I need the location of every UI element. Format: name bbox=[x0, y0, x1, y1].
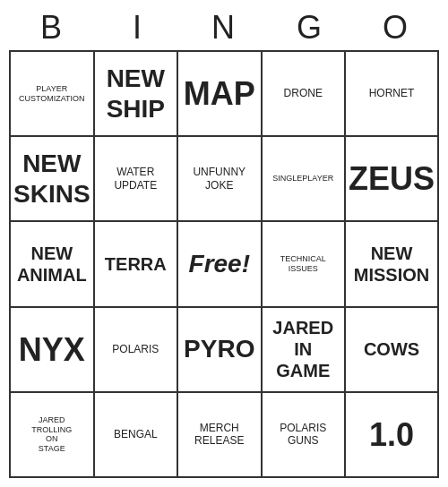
bingo-cell-20[interactable]: JARED TROLLING ON STAGE bbox=[11, 393, 95, 478]
cell-text-10: NEW ANIMAL bbox=[17, 243, 87, 286]
header-b: B bbox=[9, 9, 95, 47]
cell-text-13: TECHNICAL ISSUES bbox=[280, 254, 326, 274]
bingo-cell-5[interactable]: NEW SKINS bbox=[11, 137, 95, 222]
cell-text-9: ZEUS bbox=[349, 159, 435, 198]
bingo-cell-14[interactable]: NEW MISSION bbox=[346, 222, 439, 307]
header-o: O bbox=[353, 9, 439, 47]
bingo-cell-1[interactable]: NEW SHIP bbox=[95, 52, 178, 137]
cell-text-8: SINGLEPLAYER bbox=[272, 174, 333, 184]
cell-text-16: POLARIS bbox=[112, 343, 159, 355]
bingo-cell-0[interactable]: PLAYER CUSTOMIZATION bbox=[11, 52, 95, 137]
cell-text-15: NYX bbox=[19, 330, 85, 369]
cell-text-0: PLAYER CUSTOMIZATION bbox=[19, 84, 85, 104]
bingo-cell-10[interactable]: NEW ANIMAL bbox=[11, 222, 95, 307]
cell-text-24: 1.0 bbox=[369, 415, 414, 454]
cell-text-17: PYRO bbox=[184, 334, 254, 364]
bingo-cell-21[interactable]: BENGAL bbox=[95, 393, 178, 478]
bingo-header: B I N G O bbox=[9, 9, 439, 47]
cell-text-1: NEW SHIP bbox=[107, 64, 165, 124]
cell-text-3: DRONE bbox=[284, 87, 323, 99]
cell-text-7: UNFUNNY JOKE bbox=[193, 166, 246, 192]
bingo-cell-18[interactable]: JARED IN GAME bbox=[263, 308, 346, 393]
bingo-cell-16[interactable]: POLARIS bbox=[95, 308, 178, 393]
bingo-cell-11[interactable]: TERRA bbox=[95, 222, 178, 307]
bingo-cell-3[interactable]: DRONE bbox=[263, 52, 346, 137]
cell-text-2: MAP bbox=[184, 74, 255, 113]
header-n: N bbox=[181, 9, 267, 47]
cell-text-4: HORNET bbox=[369, 87, 415, 99]
free-cell-text: Free! bbox=[189, 250, 250, 278]
cell-text-23: POLARIS GUNS bbox=[280, 422, 326, 448]
bingo-cell-9[interactable]: ZEUS bbox=[346, 137, 439, 222]
bingo-cell-23[interactable]: POLARIS GUNS bbox=[263, 393, 346, 478]
bingo-cell-24[interactable]: 1.0 bbox=[346, 393, 439, 478]
header-i: I bbox=[95, 9, 181, 47]
bingo-cell-8[interactable]: SINGLEPLAYER bbox=[263, 137, 346, 222]
bingo-cell-2[interactable]: MAP bbox=[178, 52, 262, 137]
bingo-cell-7[interactable]: UNFUNNY JOKE bbox=[178, 137, 262, 222]
bingo-cell-19[interactable]: COWS bbox=[346, 308, 439, 393]
cell-text-22: MERCH RELEASE bbox=[194, 422, 244, 448]
cell-text-11: TERRA bbox=[105, 253, 167, 275]
cell-text-5: NEW SKINS bbox=[13, 149, 90, 209]
cell-text-14: NEW MISSION bbox=[354, 243, 429, 286]
bingo-cell-4[interactable]: HORNET bbox=[346, 52, 439, 137]
bingo-cell-22[interactable]: MERCH RELEASE bbox=[178, 393, 262, 478]
cell-text-21: BENGAL bbox=[114, 428, 158, 440]
bingo-grid: PLAYER CUSTOMIZATIONNEW SHIPMAPDRONEHORN… bbox=[9, 50, 439, 478]
bingo-cell-13[interactable]: TECHNICAL ISSUES bbox=[263, 222, 346, 307]
cell-text-19: COWS bbox=[364, 338, 419, 360]
cell-text-18: JARED IN GAME bbox=[272, 317, 333, 381]
bingo-cell-15[interactable]: NYX bbox=[11, 308, 95, 393]
header-g: G bbox=[267, 9, 353, 47]
cell-text-6: WATER UPDATE bbox=[114, 166, 157, 192]
cell-text-20: JARED TROLLING ON STAGE bbox=[31, 415, 72, 454]
bingo-cell-6[interactable]: WATER UPDATE bbox=[95, 137, 178, 222]
bingo-cell-17[interactable]: PYRO bbox=[178, 308, 262, 393]
bingo-cell-12[interactable]: Free! bbox=[178, 222, 262, 307]
